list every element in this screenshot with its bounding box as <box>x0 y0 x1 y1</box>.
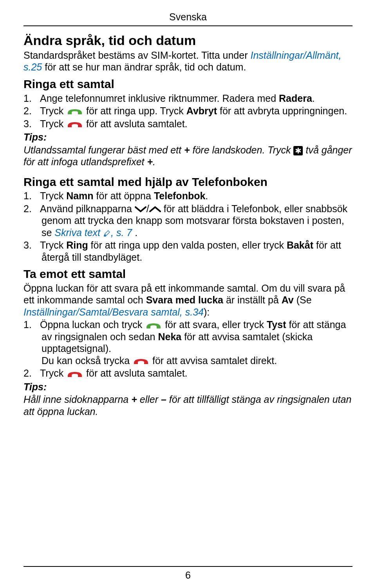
list-item: 2.Använd pilknapparna / för att bläddra … <box>24 203 352 239</box>
hangup-icon <box>66 370 83 378</box>
link-answer-call: Besvara samtal, s.34 <box>112 307 204 317</box>
link-settings: Inställningar <box>250 50 303 61</box>
page-number: 6 <box>0 569 376 581</box>
star-key-icon: ✱ <box>293 146 303 155</box>
hangup-icon <box>132 357 150 365</box>
chevron-down-icon <box>135 206 146 213</box>
paragraph-lang-info: Standardspråket bestäms av SIM-kortet. T… <box>24 49 352 73</box>
pencil-icon <box>103 229 111 237</box>
steps-phonebook: 1.Tryck Namn för att öppna Telefonbok. 2… <box>24 190 352 263</box>
divider-top <box>24 25 352 26</box>
tips-body: Håll inne sidoknapparna + eller – för at… <box>24 393 352 417</box>
tips-body: Utlandssamtal fungerar bäst med ett + fö… <box>24 144 352 168</box>
tips-label: Tips: <box>24 381 352 393</box>
heading-receive-call: Ta emot ett samtal <box>24 267 352 281</box>
hangup-icon <box>66 121 83 128</box>
steps-receive: 1.Öppna luckan och tryck för att svara, … <box>24 319 352 379</box>
list-item: 3.Tryck för att avsluta samtalet. <box>24 118 352 130</box>
heading-make-call: Ringa ett samtal <box>24 77 352 92</box>
call-icon <box>145 322 162 330</box>
list-item: 1.Öppna luckan och tryck för att svara, … <box>24 319 352 366</box>
link-write-text: Skriva text , s. 7 <box>54 227 132 238</box>
heading-change-language: Ändra språk, tid och datum <box>24 32 352 49</box>
heading-call-phonebook: Ringa ett samtal med hjälp av Telefonbok… <box>24 175 352 189</box>
list-item: 2.Tryck för att ringa upp. Tryck Avbryt … <box>24 105 352 117</box>
list-item: 2.Tryck för att avsluta samtalet. <box>24 367 352 379</box>
chevron-up-icon <box>149 206 161 213</box>
link-call: Samtal <box>79 307 110 317</box>
list-item: 1.Ange telefonnumret inklusive riktnumme… <box>24 92 352 105</box>
link-settings2: Inställningar <box>24 307 76 317</box>
list-item: 1.Tryck Namn för att öppna Telefonbok. <box>24 190 352 202</box>
list-item: 3.Tryck Ring för att ringa upp den valda… <box>24 239 352 263</box>
call-icon <box>66 108 83 115</box>
steps-make-call: 1.Ange telefonnumret inklusive riktnumme… <box>24 92 352 130</box>
divider-bottom <box>24 566 352 567</box>
page-header: Svenska <box>24 11 352 23</box>
tips-label: Tips: <box>24 131 352 143</box>
paragraph-receive-info: Öppna luckan för att svara på ett inkomm… <box>24 282 352 318</box>
